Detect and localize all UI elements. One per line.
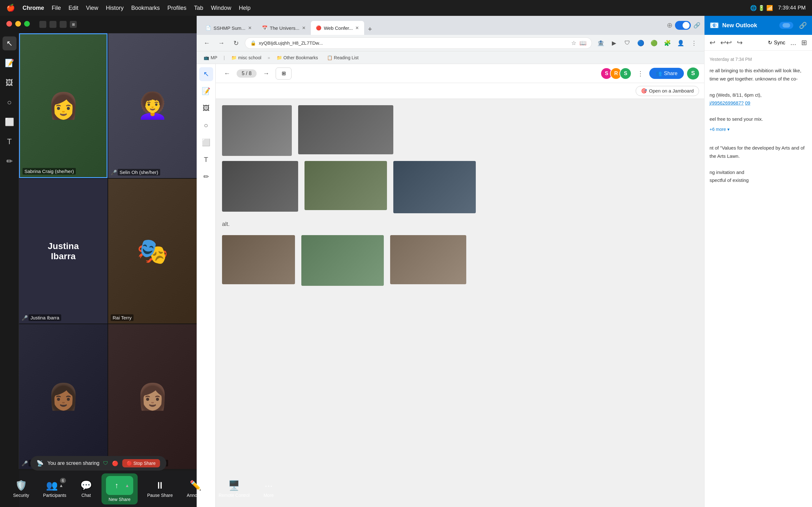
user-profile-icon[interactable]: 👤 xyxy=(675,38,687,49)
app-name[interactable]: Chrome xyxy=(22,5,44,11)
nav-forward[interactable]: → xyxy=(216,38,227,49)
jam-image-5 xyxy=(393,161,476,213)
jam-prev-btn[interactable]: ← xyxy=(221,67,234,80)
share-icon-header[interactable]: 🔗 xyxy=(799,21,807,29)
jam-select-tool[interactable]: ⬜ xyxy=(199,135,213,150)
tab1-close[interactable]: ✕ xyxy=(248,25,252,31)
zoom-remote-control-btn[interactable]: 🖥️ Remote Control xyxy=(214,477,254,500)
email-link-1[interactable]: j/99562699687? xyxy=(710,100,744,106)
window-minimize[interactable] xyxy=(15,21,21,26)
outlook-reply-all[interactable]: ↩↩ xyxy=(720,39,732,47)
share-btn-header[interactable]: 🔗 xyxy=(693,22,700,29)
tab2-close[interactable]: ✕ xyxy=(302,25,306,31)
tool-sticky-note[interactable]: 📝 xyxy=(3,56,16,70)
tool-circle[interactable]: ○ xyxy=(3,95,16,109)
chrome-tab-2[interactable]: 📅 The Univers... ✕ xyxy=(257,21,311,35)
new-tab-icon2[interactable]: ⊕ xyxy=(667,21,672,30)
menu-history[interactable]: History xyxy=(106,5,124,11)
menu-window[interactable]: Window xyxy=(211,5,231,11)
zoom-pause-share-btn[interactable]: ⏸ Pause Share xyxy=(143,477,177,500)
pause-share-label: Pause Share xyxy=(147,493,173,498)
tab3-close[interactable]: ✕ xyxy=(355,25,359,31)
chat-icon: 💬 xyxy=(80,480,92,491)
window-extra4[interactable]: ⊞ xyxy=(70,21,77,28)
zoom-chat-btn[interactable]: 💬 Chat xyxy=(76,477,96,500)
sync-label: Sync xyxy=(774,40,785,46)
tool-text[interactable]: T xyxy=(3,135,16,149)
outlook-toggle[interactable] xyxy=(779,22,793,29)
reading-mode-icon[interactable]: 📖 xyxy=(579,40,587,47)
sync-btn[interactable]: ↻ Sync xyxy=(768,40,785,46)
window-extra3[interactable] xyxy=(60,21,67,28)
ext-google-meet[interactable]: 🟢 xyxy=(648,38,660,49)
chrome-menu-btn[interactable]: ⋮ xyxy=(688,38,700,49)
ext-adblock[interactable]: 🛡 xyxy=(622,38,633,49)
bookmark-icon[interactable]: ☆ xyxy=(571,40,576,47)
window-close[interactable] xyxy=(6,21,12,26)
bookmark-misc-school[interactable]: 📁 misc school xyxy=(229,55,264,61)
bookmark-other[interactable]: 📁 Other Bookmarks xyxy=(274,55,321,61)
nav-refresh[interactable]: ↻ xyxy=(230,38,242,49)
alt-text: alt. xyxy=(222,218,698,230)
zoom-security-btn[interactable]: 🛡️ Security xyxy=(9,477,34,500)
bookmark-mp[interactable]: 📺 MP xyxy=(201,55,220,61)
chrome-tab-3[interactable]: 🔴 Web Confer... ✕ xyxy=(311,21,364,35)
window-extra2[interactable] xyxy=(49,21,56,28)
menu-profiles[interactable]: Profiles xyxy=(167,5,187,11)
ext-kaspersky[interactable]: 🔵 xyxy=(635,38,647,49)
tool-image[interactable]: 🖼 xyxy=(3,76,16,90)
ext-play[interactable]: ▶ xyxy=(608,38,620,49)
zoom-more-btn[interactable]: ··· More xyxy=(259,477,278,500)
ext-puzzle[interactable]: 🧩 xyxy=(662,38,673,49)
open-jamboard-button[interactable]: 🎯 Open on a Jamboard xyxy=(636,86,699,96)
menu-help[interactable]: Help xyxy=(239,5,251,11)
bookmark-reading-list[interactable]: 📋 Reading List xyxy=(324,55,361,61)
outlook-forward[interactable]: ↪ xyxy=(737,39,743,47)
zoom-stop-video-btn[interactable]: 📹 ▲ Stop Video xyxy=(0,477,3,500)
ext-pocket[interactable]: 🏦 xyxy=(595,38,606,49)
window-controls: ⊞ xyxy=(6,21,77,28)
window-extra[interactable] xyxy=(39,21,46,28)
new-share-caret[interactable]: ▲ xyxy=(125,483,130,488)
jam-next-btn[interactable]: → xyxy=(260,67,272,80)
tool-pen[interactable]: ✏ xyxy=(3,154,16,168)
jam-image-tool[interactable]: 🖼 xyxy=(199,101,213,115)
jamboard-icon: 🎯 xyxy=(641,88,647,94)
nav-back[interactable]: ← xyxy=(201,38,212,49)
zoom-new-share-btn[interactable]: ↑ ▲ New Share xyxy=(101,473,138,504)
tool-select[interactable]: ⬜ xyxy=(3,115,16,129)
video-cell-rai: 🎭 Rai Terry xyxy=(108,179,197,324)
menu-view[interactable]: View xyxy=(86,5,98,11)
chrome-tab-1[interactable]: 📄 SSHMP Sum... ✕ xyxy=(200,21,257,35)
participants-more-btn[interactable]: ⋮ xyxy=(635,68,646,79)
menu-file[interactable]: File xyxy=(52,5,61,11)
jam-pen-tool[interactable]: ✏ xyxy=(199,170,213,184)
stop-share-button[interactable]: 🔴 Stop Share xyxy=(122,459,160,467)
address-bar[interactable]: 🔒 xyQBIjdLujqhh_H8_ZL7TDw... ☆ 📖 xyxy=(245,38,592,49)
outlook-toggle-switch[interactable] xyxy=(675,21,691,30)
menu-edit[interactable]: Edit xyxy=(68,5,78,11)
outlook-more[interactable]: ... xyxy=(791,39,796,47)
frame-selector[interactable]: ⊞ xyxy=(275,67,292,79)
email-body: re all bringing to this exhibition will … xyxy=(710,66,807,184)
outlook-expand[interactable]: ⊞ xyxy=(801,39,807,47)
jam-text-tool[interactable]: T xyxy=(199,153,213,167)
apple-menu[interactable]: 🍎 xyxy=(6,4,15,12)
expand-more-btn[interactable]: +6 more ▾ xyxy=(710,126,807,133)
jam-sticky-tool[interactable]: 📝 xyxy=(199,84,213,98)
window-maximize[interactable] xyxy=(24,21,30,26)
email-link-2[interactable]: 09 xyxy=(745,100,751,106)
jam-cursor-tool[interactable]: ↖ xyxy=(199,67,213,81)
tool-cursor[interactable]: ↖ xyxy=(3,37,16,50)
jamboard-wrapper: ↖ 📝 🖼 ○ ⬜ T ✏ ← 5 / 8 → ⊞ xyxy=(197,64,704,507)
participants-caret[interactable]: ▲ xyxy=(59,483,63,488)
zoom-participants-btn[interactable]: 👥 6 ▲ Participants xyxy=(39,477,71,500)
menu-tab[interactable]: Tab xyxy=(194,5,203,11)
new-tab-button[interactable]: + xyxy=(364,23,375,35)
menu-bookmarks[interactable]: Bookmarks xyxy=(131,5,160,11)
jam-circle-tool[interactable]: ○ xyxy=(199,118,213,132)
screen-sharing-message: You are screen sharing xyxy=(47,460,99,466)
share-button[interactable]: 👥 Share xyxy=(649,68,684,79)
zoom-annotate-btn[interactable]: ✏️ Annotate xyxy=(183,477,209,500)
outlook-reply[interactable]: ↩ xyxy=(710,39,715,47)
